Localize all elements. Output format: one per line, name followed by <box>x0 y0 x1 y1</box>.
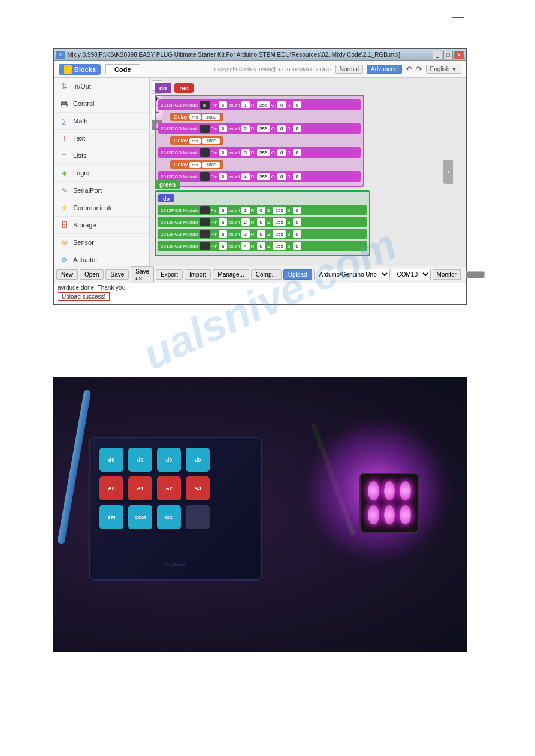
pin-2: 6 <box>219 125 227 132</box>
g-count-4: 4 <box>241 242 250 250</box>
delay-unit-3: ms <box>189 162 201 168</box>
g-count-3: 3 <box>241 230 250 238</box>
key-d0-2: d0 <box>128 448 152 472</box>
sidebar-item-serialport[interactable]: ✎ SerialPort <box>54 182 149 199</box>
redo-button[interactable]: ↷ <box>416 65 422 74</box>
key-d0-4: d0 <box>186 448 210 472</box>
g-pin-2: 6 <box>219 218 227 226</box>
new-button[interactable]: New <box>56 269 78 280</box>
upload-button[interactable]: Upload <box>283 269 312 280</box>
sensor-icon: ⊙ <box>59 237 69 248</box>
do-label: do <box>159 85 167 92</box>
com-select[interactable]: COM10 <box>392 269 431 280</box>
key-com: COM <box>128 505 152 529</box>
b-val-2: 0 <box>293 125 301 132</box>
comm-icon: ⚡ <box>59 202 69 213</box>
delay-unit-2: ms <box>189 138 201 144</box>
import-button[interactable]: Import <box>185 269 211 280</box>
game-icon: 🎮 <box>59 98 69 109</box>
module-icon-1: ⊞ <box>200 101 210 109</box>
avrdude-status: avrdude done. Thank you. <box>58 284 463 291</box>
advanced-mode-btn[interactable]: Advanced <box>367 65 401 74</box>
rgb-row-2: 2812RGB Module Pin 6 count 2 R: 255 G: 0… <box>158 123 361 134</box>
arduino-board: d0 d0 d0 d0 A0 A1 A2 A3 SPI COM I2C KeyS… <box>89 437 262 581</box>
board-select[interactable]: Arduino/Genuino Uno <box>314 269 390 280</box>
compile-button[interactable]: Comp... <box>251 269 282 280</box>
led-dot-2 <box>384 481 395 500</box>
g-b-3: 0 <box>293 230 301 238</box>
usb-cable <box>58 390 92 544</box>
green-row-4: 2812RGB Module Pin 6 count 4 R: 0 G: 255… <box>158 241 367 251</box>
g-b-4: 0 <box>293 242 301 250</box>
count-3: 3 <box>241 149 250 156</box>
led-dot-4 <box>368 505 379 524</box>
sidebar-item-communicate[interactable]: ⚡ Communicate <box>54 199 149 217</box>
led-dot-6 <box>400 505 411 524</box>
minimize-button[interactable]: _ <box>433 51 442 59</box>
key-i2c: I2C <box>157 505 181 529</box>
sidebar-item-logic[interactable]: ◈ Logic <box>54 165 149 182</box>
sidebar-item-lists[interactable]: ≡ Lists <box>54 147 149 165</box>
volume-slider[interactable] <box>466 271 485 278</box>
code-area: do red 2812RGB Module ⊞ Pin 6 <box>150 78 466 266</box>
close-button[interactable]: ✕ <box>454 51 464 59</box>
undo-button[interactable]: ↶ <box>406 65 412 74</box>
delay-unit-1: ms <box>189 114 201 120</box>
open-button[interactable]: Open <box>80 269 104 280</box>
blocks-menu[interactable]: Blocks <box>59 64 101 75</box>
g-module-icon-3 <box>200 230 210 238</box>
code-tab[interactable]: Code <box>105 64 140 74</box>
red-label: red <box>179 85 189 92</box>
r-val-3: 255 <box>257 149 270 156</box>
upload-success-badge: Upload success! <box>58 292 110 301</box>
sidebar-item-storage[interactable]: 🗄 Storage <box>54 217 149 234</box>
save-button[interactable]: Save <box>105 269 129 280</box>
normal-mode-btn[interactable]: Normal <box>335 65 363 74</box>
g-g-1: 255 <box>273 207 286 214</box>
g-val-1: 0 <box>277 101 286 108</box>
sidebar-item-in-out[interactable]: ⇅ In/Out <box>54 78 149 95</box>
module-icon-2 <box>200 125 210 133</box>
delay-row-2: Delay ms 1000 <box>170 136 223 145</box>
title-bar: M Mixly 0.998[F:\KS\KS0398 EASY PLUG Ult… <box>54 49 466 61</box>
key-spi: SPI <box>99 505 123 529</box>
sidebar-item-text[interactable]: T Text <box>54 130 149 147</box>
delay-val-3: 1000 <box>202 162 220 168</box>
delay-val-1: 1000 <box>202 114 220 120</box>
language-button[interactable]: English ▼ <box>426 65 461 74</box>
do-label-green: do <box>163 196 170 202</box>
g-r-2: 0 <box>257 218 265 226</box>
g-module-icon-1 <box>200 206 210 214</box>
sidebar: ⇅ In/Out 🎮 Control ∑ Math <box>54 78 150 266</box>
key-d0-3: d0 <box>157 448 181 472</box>
maximize-button[interactable]: □ <box>443 51 453 59</box>
sidebar-item-control[interactable]: 🎮 Control <box>54 95 149 113</box>
key-a1: A1 <box>128 476 152 500</box>
sidebar-item-actuator[interactable]: ⚙ Actuator <box>54 251 149 266</box>
pin-1: 6 <box>219 101 227 108</box>
export-button[interactable]: Export <box>156 269 183 280</box>
save-as-button[interactable]: Save as <box>131 266 154 283</box>
led-dot-5 <box>384 505 395 524</box>
key-empty <box>186 505 210 529</box>
monitor-button[interactable]: Monitor <box>433 269 461 280</box>
g-val-2: 0 <box>277 125 286 132</box>
r-val-1: 255 <box>257 101 270 108</box>
g-r-1: 0 <box>257 207 265 214</box>
arduino-scene: d0 d0 d0 d0 A0 A1 A2 A3 SPI COM I2C KeyS… <box>53 377 467 652</box>
photo-section: d0 d0 d0 d0 A0 A1 A2 A3 SPI COM I2C KeyS… <box>53 377 467 652</box>
rgb-row-3: 2812RGB Module Pin 6 count 3 R: 255 G: 0… <box>158 147 361 158</box>
manage-button[interactable]: Manage... <box>213 269 249 280</box>
led-dot-1 <box>368 481 379 500</box>
b-val-3: 0 <box>293 149 301 156</box>
rgb-row-1: 2812RGB Module ⊞ Pin 6 count 1 R: 255 G:… <box>158 99 361 110</box>
sidebar-item-sensor[interactable]: ⊙ Sensor <box>54 234 149 251</box>
minimize-icon <box>452 17 464 18</box>
g-val-3: 0 <box>277 149 286 156</box>
green-block-group: green do 2812RGB Module Pin 6 <box>155 180 370 256</box>
expand-arrow[interactable]: › <box>443 160 453 184</box>
r-val-2: 255 <box>257 125 270 132</box>
menu-right: Copyright © Mixly Team@BJ HTTP://MIXLY.O… <box>140 65 461 74</box>
b-val-1: 0 <box>293 101 301 108</box>
sidebar-item-math[interactable]: ∑ Math <box>54 113 149 130</box>
